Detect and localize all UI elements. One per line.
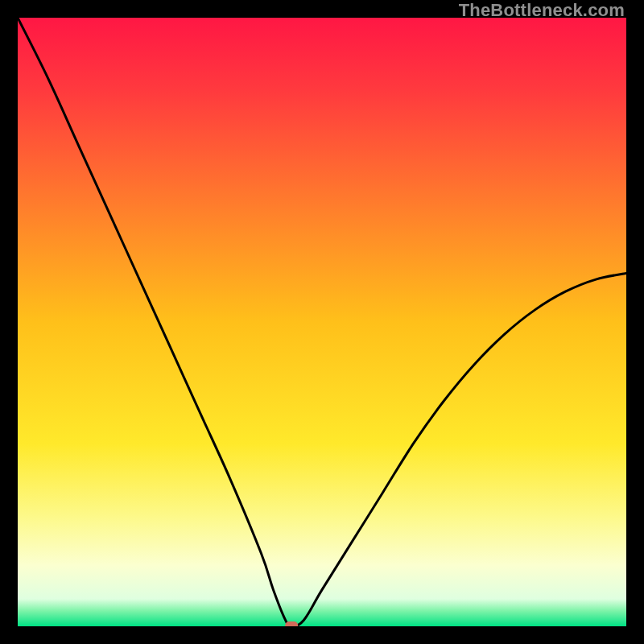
watermark-text: TheBottleneck.com xyxy=(459,0,625,21)
chart-svg xyxy=(18,18,626,626)
gradient-background xyxy=(18,18,626,626)
plot-area xyxy=(18,18,626,626)
chart-frame: TheBottleneck.com xyxy=(0,0,644,644)
optimal-point-marker xyxy=(285,621,298,626)
